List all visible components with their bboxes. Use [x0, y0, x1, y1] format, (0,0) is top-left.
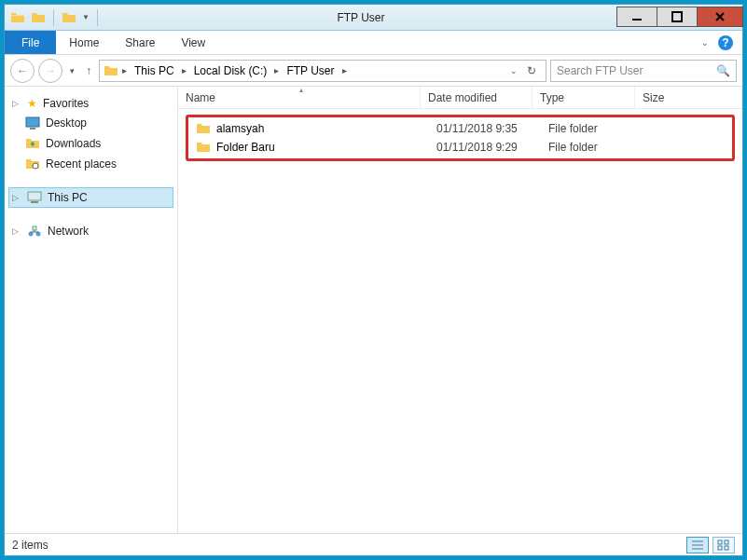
back-button[interactable]: ←	[10, 59, 35, 83]
breadcrumb-item[interactable]: Local Disk (C:)	[190, 64, 271, 77]
tab-home[interactable]: Home	[56, 31, 112, 54]
file-list-pane: Name ▴ Date modified Type Size alamsyah …	[178, 87, 742, 533]
folder-icon	[196, 121, 211, 136]
file-date: 01/11/2018 9:35	[429, 122, 541, 135]
svg-rect-12	[718, 546, 722, 550]
sidebar-network[interactable]: ▷Network	[8, 221, 173, 241]
star-icon: ★	[27, 97, 37, 110]
svg-rect-3	[30, 128, 35, 130]
svg-point-4	[33, 163, 38, 169]
column-headers: Name ▴ Date modified Type Size	[178, 87, 742, 109]
details-icon	[691, 540, 704, 551]
file-type: File folder	[541, 122, 643, 135]
separator	[53, 9, 54, 26]
svg-rect-1	[672, 12, 682, 21]
column-name[interactable]: Name ▴	[178, 87, 421, 108]
details-view-button[interactable]	[686, 537, 709, 553]
forward-button[interactable]: →	[38, 59, 62, 83]
chevron-right-icon[interactable]: ▸	[180, 65, 188, 75]
search-placeholder: Search FTP User	[557, 64, 643, 77]
address-bar[interactable]: ▸ This PC ▸ Local Disk (C:) ▸ FTP User ▸…	[99, 60, 546, 82]
folder-icon	[196, 140, 211, 155]
sidebar-label: Downloads	[46, 137, 101, 150]
file-row[interactable]: alamsyah 01/11/2018 9:35 File folder	[188, 119, 732, 138]
folder-icon	[10, 10, 25, 25]
caret-icon: ▷	[12, 99, 21, 108]
search-icon: 🔍	[716, 64, 730, 77]
ribbon-tabs: File Home Share View ⌄ ?	[5, 31, 742, 55]
column-label: Name	[186, 91, 215, 104]
file-rows: alamsyah 01/11/2018 9:35 File folder Fol…	[178, 109, 742, 167]
favorites-group: ▷★Favorites Desktop Downloads Recent pla…	[8, 94, 173, 174]
up-button[interactable]: ↑	[82, 64, 95, 77]
sidebar-label: Favorites	[43, 97, 89, 110]
thispc-group: ▷This PC	[8, 187, 173, 208]
thumbnails-view-button[interactable]	[712, 537, 735, 553]
file-type: File folder	[541, 141, 643, 154]
chevron-right-icon[interactable]: ▸	[120, 65, 129, 75]
sidebar-label: Network	[48, 225, 89, 238]
sidebar-favorites[interactable]: ▷★Favorites	[8, 94, 173, 113]
svg-rect-10	[718, 540, 722, 544]
computer-icon	[27, 190, 42, 205]
column-label: Type	[540, 91, 564, 104]
close-button[interactable]	[697, 7, 743, 27]
body: ▷★Favorites Desktop Downloads Recent pla…	[5, 87, 742, 533]
recent-locations-icon[interactable]: ▾	[66, 66, 78, 75]
svg-rect-9	[33, 226, 36, 230]
file-tab[interactable]: File	[5, 31, 56, 54]
chevron-right-icon[interactable]: ▸	[272, 65, 281, 75]
navigation-bar: ← → ▾ ↑ ▸ This PC ▸ Local Disk (C:) ▸ FT…	[5, 55, 742, 87]
network-icon	[27, 224, 42, 239]
sidebar-downloads[interactable]: Downloads	[8, 133, 173, 154]
minimize-button[interactable]	[616, 7, 657, 27]
separator	[97, 9, 98, 26]
status-bar: 2 items	[5, 533, 742, 555]
sidebar-label: This PC	[48, 191, 88, 204]
help-button[interactable]: ?	[718, 35, 733, 50]
svg-rect-0	[632, 19, 642, 20]
window-controls	[616, 7, 742, 27]
svg-rect-6	[31, 201, 38, 203]
svg-rect-11	[725, 540, 728, 544]
column-date[interactable]: Date modified	[421, 87, 533, 108]
refresh-icon[interactable]: ↻	[527, 64, 536, 77]
column-type[interactable]: Type	[533, 87, 635, 108]
sidebar-label: Desktop	[46, 116, 87, 130]
column-size[interactable]: Size	[635, 87, 742, 108]
folder-icon	[62, 10, 76, 25]
sidebar-label: Recent places	[46, 157, 117, 171]
sidebar-thispc[interactable]: ▷This PC	[8, 187, 173, 208]
navigation-pane: ▷★Favorites Desktop Downloads Recent pla…	[5, 87, 178, 533]
chevron-down-icon[interactable]: ▼	[82, 13, 90, 21]
sidebar-desktop[interactable]: Desktop	[8, 113, 173, 133]
quick-access-toolbar: ▼	[5, 9, 105, 26]
network-group: ▷Network	[8, 221, 173, 241]
file-name: alamsyah	[216, 122, 264, 135]
grid-icon	[717, 540, 730, 551]
file-date: 01/11/2018 9:29	[429, 141, 541, 154]
chevron-down-icon[interactable]: ⌄	[701, 38, 709, 48]
folder-icon	[31, 10, 46, 25]
breadcrumb-item[interactable]: FTP User	[283, 64, 338, 77]
chevron-down-icon[interactable]: ⌄	[510, 66, 518, 75]
sidebar-recent[interactable]: Recent places	[8, 154, 173, 174]
breadcrumb-item[interactable]: This PC	[131, 64, 178, 77]
search-input[interactable]: Search FTP User 🔍	[550, 60, 737, 82]
desktop-icon	[25, 116, 40, 130]
column-label: Size	[643, 91, 664, 104]
folder-icon	[104, 63, 118, 78]
view-buttons	[686, 537, 735, 553]
sort-asc-icon: ▴	[299, 87, 303, 94]
maximize-button[interactable]	[657, 7, 698, 27]
caret-icon: ▷	[12, 193, 21, 202]
chevron-right-icon[interactable]: ▸	[340, 65, 349, 75]
downloads-icon	[25, 136, 40, 151]
file-row[interactable]: Folder Baru 01/11/2018 9:29 File folder	[188, 138, 732, 157]
window-title: FTP User	[105, 11, 616, 24]
caret-icon: ▷	[12, 226, 21, 236]
recent-icon	[25, 157, 40, 171]
ribbon-right: ⌄ ?	[701, 31, 742, 54]
tab-share[interactable]: Share	[112, 31, 168, 54]
tab-view[interactable]: View	[168, 31, 218, 54]
